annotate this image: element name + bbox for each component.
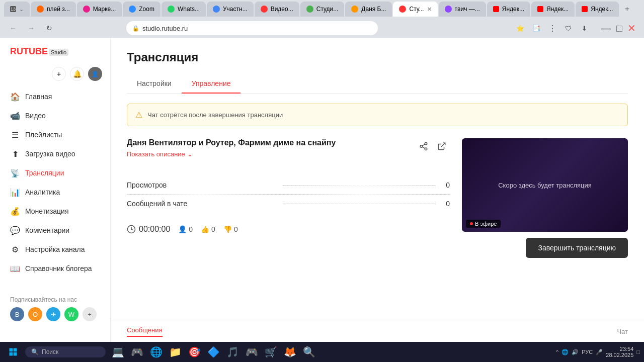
sidebar-item-comments[interactable]: 💬 Комментарии (0, 221, 110, 240)
stream-timer: 00:00:00 (127, 225, 170, 234)
sidebar-item-monetize[interactable]: 💰 Монетизация (0, 202, 110, 221)
tab-favicon-12 (493, 6, 499, 12)
taskbar-app-3[interactable]: 📁 (166, 343, 184, 361)
tab-favicon-11 (445, 6, 452, 13)
tab-14[interactable]: Яндек... (576, 2, 619, 17)
tray-mic[interactable]: 🎤 (596, 349, 603, 355)
tab-favicon-6 (213, 6, 220, 13)
taskbar-date: 28.02.2025 (606, 352, 633, 358)
download-button[interactable]: ⬇ (578, 22, 591, 35)
tab-4[interactable]: Zoom (123, 2, 160, 17)
sidebar-item-streams[interactable]: 📡 Трансляции (0, 163, 110, 183)
taskbar-app-browser[interactable]: 🌐 (147, 343, 165, 361)
taskbar-app-8[interactable]: 🛒 (262, 343, 280, 361)
notification-area[interactable]: □ (636, 349, 640, 355)
show-description-button[interactable]: Показать описание ⌄ (127, 150, 336, 158)
finish-broadcast-button[interactable]: Завершить трансляцию (526, 238, 628, 258)
tab-label-7: Видео... (271, 6, 293, 13)
tab-label-14: Яндек... (591, 6, 613, 13)
sidebar-item-analytics[interactable]: 📊 Аналитика (0, 183, 110, 202)
bookmark-current-button[interactable]: ⭐ (514, 22, 527, 35)
tab-favicon-9 (351, 6, 358, 13)
tab-settings[interactable]: Настройки (127, 74, 182, 94)
notifications-button[interactable]: 🔔 (70, 67, 84, 81)
sidebar-bottom-nav: 🚩 Жалобы ❓ Справка ✉ Связаться с нами (0, 335, 110, 342)
new-tab-button[interactable]: + (620, 2, 634, 16)
extension-button[interactable]: ⋮ (546, 22, 559, 35)
external-link-button[interactable] (434, 138, 450, 154)
tab-6[interactable]: Участн... (207, 2, 254, 17)
bookmarks-bar-button[interactable]: 📑 (530, 22, 543, 35)
svg-rect-7 (10, 348, 13, 352)
taskbar-app-4[interactable]: 🎯 (185, 343, 203, 361)
tray-network[interactable]: 🌐 (561, 349, 569, 355)
tab-8[interactable]: Студи... (300, 2, 345, 17)
content-right: Скоро здесь будет трансляция В эфире Зав… (462, 138, 628, 258)
svg-point-1 (420, 145, 423, 148)
sidebar-item-blog-help[interactable]: 📖 Справочник блогера (0, 259, 110, 278)
browser-maximize-button[interactable]: □ (614, 23, 624, 34)
taskbar-app-2[interactable]: 🎮 (128, 343, 146, 361)
social-vk-button[interactable]: В (10, 307, 24, 321)
sidebar-item-upload[interactable]: ⬆ Загрузка видео (0, 144, 110, 163)
sidebar-item-channel[interactable]: ⚙ Настройка канала (0, 240, 110, 259)
tab-close-10[interactable]: ✕ (427, 6, 432, 13)
likes-count: 0 (211, 225, 215, 233)
taskbar-search[interactable]: 🔍 Поиск (25, 346, 106, 357)
tab-favicon-1: 13 (10, 6, 16, 12)
video-placeholder-text: Скоро здесь будет трансляция (498, 182, 592, 189)
sidebar-social: Подписывайтесь на нас В О ✈ W + (0, 290, 110, 327)
sidebar-label-monetize: Монетизация (25, 207, 69, 215)
tab-label-8: Студи... (316, 6, 339, 13)
tab-control[interactable]: Управление (182, 74, 241, 94)
url-bar[interactable]: 🔒 studio.rutube.ru (126, 21, 378, 35)
sidebar-item-playlists[interactable]: ☰ Плейлисты (0, 125, 110, 144)
live-badge-text: В эфире (475, 221, 497, 227)
browser-close-button[interactable]: ✕ (625, 22, 638, 34)
tab-9[interactable]: Даня Б... (345, 2, 392, 17)
taskbar-app-7[interactable]: 🎮 (243, 343, 261, 361)
sidebar-item-video[interactable]: 📹 Видео (0, 106, 110, 125)
back-button[interactable]: ← (6, 21, 20, 35)
reload-button[interactable]: ↻ (42, 21, 56, 35)
taskbar-app-10[interactable]: 🔍 (300, 343, 318, 361)
tab-1[interactable]: 13 ⌄ (4, 2, 30, 17)
tab-10[interactable]: Сту... ✕ (393, 2, 437, 17)
lock-icon: 🔒 (132, 25, 139, 32)
user-avatar[interactable]: 👤 (88, 67, 102, 81)
forward-button[interactable]: → (24, 21, 38, 35)
share-button[interactable] (416, 138, 432, 154)
social-add-button[interactable]: + (83, 307, 97, 321)
tab-7[interactable]: Видео... (255, 2, 299, 17)
taskbar-app-5[interactable]: 🔷 (204, 343, 222, 361)
add-content-button[interactable]: + (52, 67, 66, 81)
browser-menu-button[interactable]: — (599, 23, 613, 34)
taskbar-app-1[interactable]: 💻 (109, 343, 127, 361)
social-tg-button[interactable]: ✈ (46, 307, 60, 321)
tray-lang[interactable]: РУС (582, 349, 593, 355)
tab-5[interactable]: Whats... (162, 2, 206, 17)
tray-volume[interactable]: 🔊 (572, 349, 579, 355)
tab-12[interactable]: Яндек... (487, 2, 530, 17)
stats-container: Просмотров 0 Сообщений в чате 0 (127, 176, 450, 213)
social-wh-button[interactable]: W (64, 307, 78, 321)
tab-2[interactable]: плей з... (31, 2, 76, 17)
start-button[interactable] (4, 343, 22, 361)
tab-3[interactable]: Марке... (77, 2, 122, 17)
timer-icon (127, 225, 136, 234)
tab-11[interactable]: твич —... (439, 2, 486, 17)
profile-button[interactable]: 🛡 (562, 22, 575, 35)
taskbar-app-9[interactable]: 🦊 (281, 343, 299, 361)
sidebar-logo: RUTUBEStudio (0, 38, 110, 65)
tab-label-6: Участн... (223, 6, 248, 13)
tab-13[interactable]: Яндек... (531, 2, 575, 17)
video-icon: 📹 (10, 111, 20, 121)
tray-expand[interactable]: ^ (556, 349, 558, 355)
url-text: studio.rutube.ru (142, 25, 188, 32)
svg-line-4 (422, 144, 425, 146)
taskbar-app-6[interactable]: 🎵 (223, 343, 242, 361)
tab-close-1[interactable]: ⌄ (19, 6, 24, 13)
stat-messages: Сообщений в чате 0 (127, 195, 450, 213)
sidebar-item-home[interactable]: 🏠 Главная (0, 87, 110, 106)
social-ok-button[interactable]: О (28, 307, 42, 321)
